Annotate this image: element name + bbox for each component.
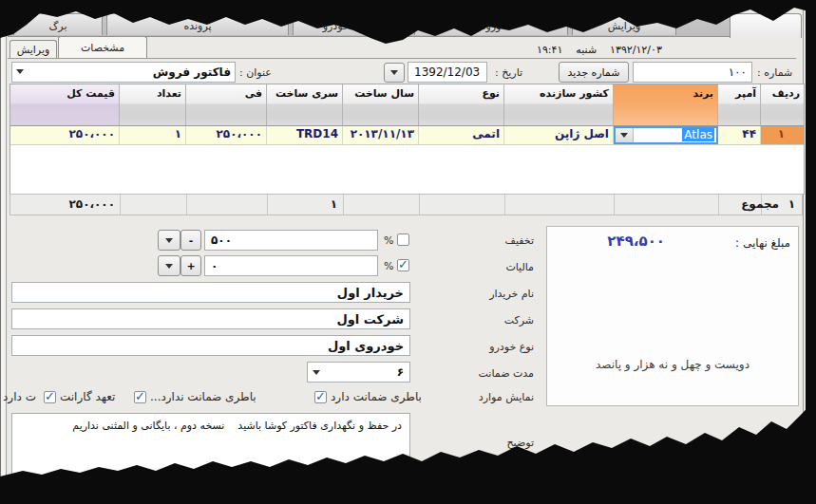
- tax-percent-checkbox[interactable]: [397, 259, 409, 271]
- cell-country[interactable]: اصل ژاپن: [504, 126, 614, 144]
- subtab-edit-label: ویرایش: [17, 44, 50, 56]
- col-header-amp[interactable]: آمپر: [718, 84, 761, 126]
- new-number-button-label: شماره جدید: [568, 66, 620, 79]
- brand-selected-text: Atlas: [682, 128, 714, 141]
- cell-series[interactable]: TRD14: [267, 126, 343, 144]
- tax-value: ۰: [211, 259, 218, 272]
- discount-dropdown-button[interactable]: [158, 230, 180, 251]
- plus-icon: +: [186, 260, 195, 272]
- buyer-name-input[interactable]: خریدار اول: [11, 282, 410, 303]
- tab-parvandeh-label: پرونده: [183, 20, 211, 32]
- cell-qty[interactable]: ۱: [120, 126, 186, 144]
- battery-no-warranty-label: باطری ضمانت ندارد...: [150, 390, 256, 403]
- battery-has-warranty-checkbox[interactable]: [314, 391, 327, 403]
- tab-parvandeh-khodro-label: پرونده خودرو: [323, 20, 381, 32]
- note-text: در حفظ و نگهداری فاکتور کوشا باشید نسخه …: [72, 420, 402, 432]
- tabpage-divider: [8, 58, 796, 59]
- cell-type[interactable]: اتمی: [419, 126, 504, 144]
- brand-editor[interactable]: Atlas: [634, 128, 716, 142]
- col-header-index[interactable]: ردیف: [761, 84, 804, 126]
- subtab-details[interactable]: مشخصات: [58, 36, 147, 59]
- discount-percent-checkbox[interactable]: [397, 233, 409, 246]
- vehicle-type-value: خودروی اول: [328, 339, 404, 353]
- col-header-country[interactable]: کشور سازنده: [504, 84, 614, 126]
- date-input[interactable]: 1392/12/03: [408, 62, 487, 83]
- tax-dropdown-button[interactable]: [158, 255, 180, 276]
- cell-total-price[interactable]: ۲۵۰،۰۰۰: [10, 126, 120, 144]
- warranty-commitment-label: تعهد گارانت: [60, 390, 115, 403]
- tax-plus-button[interactable]: +: [180, 255, 201, 276]
- divider: [267, 195, 268, 215]
- title-combobox-value: فاکتور فروش: [153, 65, 231, 79]
- window-background: برگ پرونده پرونده خودرو ورود ویرایش ویرا…: [0, 0, 806, 504]
- tax-input[interactable]: ۰: [204, 255, 378, 276]
- chevron-down-icon: [390, 70, 398, 75]
- application-window: برگ پرونده پرونده خودرو ورود ویرایش ویرا…: [0, 0, 816, 504]
- col-header-type[interactable]: نوع: [419, 84, 504, 126]
- chevron-down-icon: [165, 264, 173, 269]
- weekday-label: شنبه: [576, 44, 597, 56]
- warranty-duration-label: مدت ضمانت: [479, 367, 534, 380]
- divider: [343, 195, 344, 215]
- chevron-down-icon[interactable]: [313, 370, 320, 375]
- discount-minus-button[interactable]: -: [180, 230, 201, 251]
- note-label: توضیح: [506, 437, 534, 449]
- tab-barg[interactable]: برگ: [13, 13, 103, 35]
- discount-input[interactable]: ۵۰۰: [204, 230, 378, 251]
- cell-year[interactable]: ۲۰۱۳/۱۱/۱۳: [343, 126, 419, 144]
- chevron-down-icon: [620, 133, 628, 138]
- amount-in-words: دویست و چهل و نه هزار و پانصد: [547, 358, 798, 371]
- date-label: تاریخ :: [495, 66, 522, 79]
- tab-barg-label: برگ: [49, 20, 67, 32]
- col-header-total-price[interactable]: قیمت کل: [10, 84, 120, 126]
- divider: [120, 195, 121, 215]
- final-amount-panel: مبلغ نهایی : ۲۴۹،۵۰۰ دویست و چهل و نه هز…: [546, 226, 799, 406]
- tab-vorood[interactable]: ورود: [414, 13, 568, 35]
- title-label: عنوان :: [239, 66, 272, 79]
- tab-parvandeh-khodro[interactable]: پرونده خودرو: [293, 13, 410, 35]
- cell-brand-combobox[interactable]: Atlas: [614, 126, 718, 144]
- divider: [718, 195, 719, 215]
- clock-time: ۱۹:۴۱: [537, 44, 562, 56]
- sum-label: مجموع: [741, 197, 779, 211]
- note-textarea[interactable]: در حفظ و نگهداری فاکتور کوشا باشید نسخه …: [11, 413, 410, 481]
- date-dropdown-button[interactable]: [384, 63, 405, 83]
- table-row[interactable]: ۲۵۰،۰۰۰ ۱ ۲۵۰،۰۰۰ TRD14 ۲۰۱۳/۱۱/۱۳ اتمی …: [10, 126, 804, 145]
- discount-value: ۵۰۰: [211, 233, 232, 247]
- subtab-edit[interactable]: ویرایش: [9, 40, 57, 59]
- col-header-brand[interactable]: برند: [614, 84, 718, 126]
- company-input[interactable]: شرکت اول: [11, 308, 410, 329]
- tab-parvandeh[interactable]: پرونده: [106, 13, 289, 35]
- sum-total-value: ۲۵۰،۰۰۰: [16, 197, 115, 211]
- title-combobox[interactable]: فاکتور فروش: [11, 62, 236, 83]
- battery-no-warranty-checkbox[interactable]: [134, 391, 146, 403]
- tax-label: مالیات: [505, 261, 534, 273]
- sum-qty-value: ۱: [269, 197, 337, 211]
- vehicle-type-label: نوع خودرو: [489, 341, 534, 353]
- table-header-row: قیمت کل تعداد فی سری ساخت سال ساخت نوع ک…: [10, 84, 804, 126]
- invoice-number-input[interactable]: ۱۰۰: [633, 62, 752, 83]
- vehicle-type-input[interactable]: خودروی اول: [11, 335, 410, 356]
- col-header-series[interactable]: سری ساخت: [267, 84, 343, 126]
- col-header-qty[interactable]: تعداد: [120, 84, 186, 126]
- divider: [614, 195, 615, 215]
- cell-row-index[interactable]: ۱: [761, 126, 804, 144]
- chevron-down-icon[interactable]: [16, 69, 24, 74]
- col-header-year[interactable]: سال ساخت: [343, 84, 419, 126]
- tab-selected[interactable]: [730, 13, 802, 38]
- cell-unit-price[interactable]: ۲۵۰،۰۰۰: [186, 126, 267, 144]
- tax-percent-sign: %: [384, 260, 393, 272]
- new-number-button[interactable]: شماره جدید: [559, 62, 629, 83]
- cell-amp[interactable]: ۴۴: [718, 126, 761, 144]
- torn-edge-right: [806, 0, 816, 504]
- subtab-details-label: مشخصات: [81, 42, 124, 54]
- warranty-commitment-checkbox[interactable]: [44, 391, 56, 403]
- final-amount-value: ۲۴۹،۵۰۰: [607, 233, 665, 250]
- window-left-border-inner: [6, 0, 7, 504]
- brand-dropdown-button[interactable]: [616, 128, 634, 142]
- tab-virayesh[interactable]: ویرایش: [572, 13, 676, 35]
- date-shamsi-label: ۱۳۹۲/۱۲/۰۳: [610, 44, 662, 56]
- warranty-duration-combobox[interactable]: ۶: [307, 362, 410, 383]
- divider: [419, 195, 420, 215]
- col-header-unit-price[interactable]: فی: [186, 84, 267, 126]
